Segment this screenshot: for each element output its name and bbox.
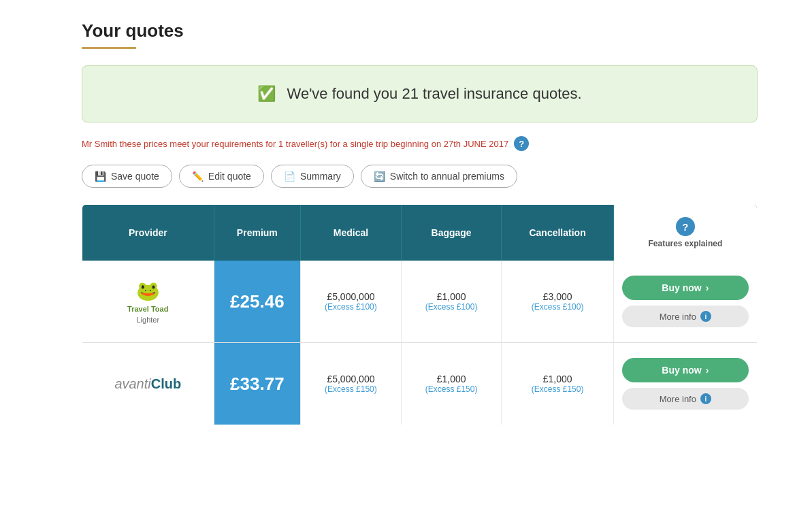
save-icon: 💾 xyxy=(95,171,106,182)
cancellation-excess-travel-toad: (Excess £100) xyxy=(507,302,607,312)
chevron-right-icon: › xyxy=(706,282,709,293)
cancellation-cell-travel-toad: £3,000 (Excess £100) xyxy=(502,261,613,343)
provider-subtitle-travel-toad: Lighter xyxy=(136,316,159,324)
edit-icon: ✏️ xyxy=(192,171,204,182)
buy-now-button-travel-toad[interactable]: Buy now › xyxy=(622,276,749,300)
header-cancellation: Cancellation xyxy=(502,205,613,261)
more-info-label-travel-toad: More info xyxy=(660,312,696,322)
help-icon[interactable]: ? xyxy=(514,136,529,151)
provider-cell-travel-toad: 🐸 Travel Toad Lighter xyxy=(82,261,214,343)
baggage-excess-travel-toad: (Excess £100) xyxy=(407,302,496,312)
info-circle-icon: i xyxy=(700,311,711,322)
medical-amount-avanti: £5,000,000 xyxy=(306,374,395,384)
edit-quote-button[interactable]: ✏️ Edit quote xyxy=(179,165,264,188)
premium-cell-avanti: £33.77 xyxy=(214,343,301,425)
medical-excess-travel-toad: (Excess £100) xyxy=(306,302,395,312)
switch-annual-button[interactable]: 🔄 Switch to annual premiums xyxy=(361,165,517,188)
switch-icon: 🔄 xyxy=(374,171,385,182)
header-features: ? Features explained xyxy=(613,205,757,261)
premium-amount-avanti: £33.77 xyxy=(230,374,285,395)
medical-excess-avanti: (Excess £150) xyxy=(306,384,395,394)
summary-icon: 📄 xyxy=(284,171,295,182)
cancellation-amount-avanti: £1,000 xyxy=(507,374,607,384)
save-quote-button[interactable]: 💾 Save quote xyxy=(82,165,172,188)
more-info-label-avanti: More info xyxy=(660,394,696,404)
title-underline xyxy=(82,47,136,49)
summary-button[interactable]: 📄 Summary xyxy=(271,165,354,188)
more-info-button-avanti[interactable]: More info i xyxy=(622,388,749,410)
header-premium: Premium xyxy=(214,205,301,261)
features-label: Features explained xyxy=(649,239,723,248)
medical-cell-avanti: £5,000,000 (Excess £150) xyxy=(301,343,402,425)
header-medical: Medical xyxy=(301,205,402,261)
provider-name-avanti: avantiClub xyxy=(114,376,181,392)
chevron-right-icon-avanti: › xyxy=(706,365,709,376)
header-provider: Provider xyxy=(82,205,214,261)
medical-cell-travel-toad: £5,000,000 (Excess £100) xyxy=(301,261,402,343)
toad-icon: 🐸 xyxy=(136,280,160,302)
table-row: avantiClub £33.77 £5,000,000 (Excess £15… xyxy=(82,343,758,425)
info-bar-text: Mr Smith these prices meet your requirem… xyxy=(82,139,508,149)
buy-now-button-avanti[interactable]: Buy now › xyxy=(622,358,749,382)
more-info-button-travel-toad[interactable]: More info i xyxy=(622,306,749,327)
table-header-row: Provider Premium Medical Baggage Cancell… xyxy=(82,205,758,261)
save-quote-label: Save quote xyxy=(111,171,159,182)
baggage-cell-travel-toad: £1,000 (Excess £100) xyxy=(401,261,502,343)
buy-now-label-avanti: Buy now xyxy=(662,365,701,376)
baggage-excess-avanti: (Excess £150) xyxy=(407,384,496,394)
provider-name-travel-toad: Travel Toad xyxy=(127,305,168,313)
buy-now-label-travel-toad: Buy now xyxy=(662,282,701,293)
page-title: Your quotes xyxy=(82,20,758,42)
check-icon: ✅ xyxy=(257,85,276,102)
action-cell-travel-toad: Buy now › More info i xyxy=(613,261,757,343)
table-row: 🐸 Travel Toad Lighter £25.46 £5,000,000 … xyxy=(82,261,758,343)
switch-label: Switch to annual premiums xyxy=(390,171,504,182)
quotes-table: Provider Premium Medical Baggage Cancell… xyxy=(82,204,758,425)
info-circle-icon-avanti: i xyxy=(700,393,711,404)
info-bar: Mr Smith these prices meet your requirem… xyxy=(82,136,758,151)
cancellation-cell-avanti: £1,000 (Excess £150) xyxy=(502,343,613,425)
premium-cell-travel-toad: £25.46 xyxy=(214,261,301,343)
cancellation-excess-avanti: (Excess £150) xyxy=(507,384,607,394)
provider-cell-avanti: avantiClub xyxy=(82,343,214,425)
baggage-amount-avanti: £1,000 xyxy=(407,374,496,384)
summary-label: Summary xyxy=(300,171,341,182)
cancellation-amount-travel-toad: £3,000 xyxy=(507,291,607,302)
baggage-cell-avanti: £1,000 (Excess £150) xyxy=(401,343,502,425)
action-cell-avanti: Buy now › More info i xyxy=(613,343,757,425)
edit-quote-label: Edit quote xyxy=(208,171,251,182)
found-banner: ✅ We've found you 21 travel insurance qu… xyxy=(82,65,758,122)
action-bar: 💾 Save quote ✏️ Edit quote 📄 Summary 🔄 S… xyxy=(82,165,758,188)
baggage-amount-travel-toad: £1,000 xyxy=(407,291,496,302)
medical-amount-travel-toad: £5,000,000 xyxy=(306,291,395,302)
premium-amount-travel-toad: £25.46 xyxy=(230,291,285,312)
features-help-icon[interactable]: ? xyxy=(676,217,695,236)
banner-text: We've found you 21 travel insurance quot… xyxy=(287,85,582,102)
header-baggage: Baggage xyxy=(401,205,502,261)
